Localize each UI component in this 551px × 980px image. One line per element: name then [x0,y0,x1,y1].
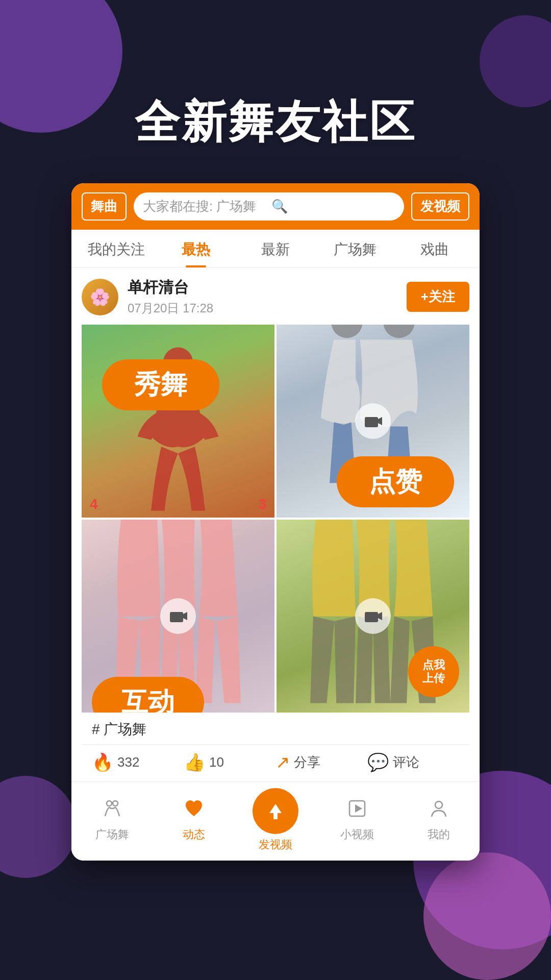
post-info: 单杆清台 07月20日 17:28 [128,277,407,316]
post-username: 单杆清台 [128,277,407,298]
fire-count: 332 [117,754,139,770]
svg-point-15 [107,801,112,806]
video-number-left: 4 [90,496,98,512]
dance-button[interactable]: 舞曲 [82,192,127,220]
camera-icon-4 [355,598,391,634]
video-cell-3[interactable]: 互动 [82,520,274,713]
share-label: 分享 [294,753,320,771]
svg-point-20 [435,801,442,808]
svg-marker-4 [378,417,382,425]
video-cell-2[interactable]: 点赞 [277,325,469,518]
action-comment[interactable]: 💬 评论 [367,752,459,772]
video-grid-wrapper: 4 3 秀舞 [82,325,469,713]
svg-marker-19 [355,804,362,813]
svg-point-1 [331,325,362,338]
heart-icon [184,798,204,824]
share-icon: ↗ [276,752,290,772]
nav-item-short-video[interactable]: 小视频 [316,798,398,842]
nav-label-square-dance: 广场舞 [95,827,129,842]
tab-opera[interactable]: 戏曲 [395,230,474,267]
nav-label-mine: 我的 [428,827,450,842]
svg-marker-14 [378,612,382,620]
upload-label: 点我上传 [422,658,445,685]
action-fire[interactable]: 🔥 332 [92,752,184,772]
nav-item-mine[interactable]: 我的 [398,798,480,842]
dianzan-label: 点赞 [369,464,422,500]
camera-icon-2 [355,403,391,439]
nav-item-publish[interactable]: 发视频 [235,788,316,852]
xiuwu-bubble[interactable]: 秀舞 [102,359,219,410]
svg-rect-3 [365,417,378,427]
upload-arrow-icon [253,788,298,834]
square-dance-icon [102,798,122,824]
hudong-bubble[interactable]: 互动 [92,677,204,713]
phone-mockup: 舞曲 大家都在搜: 广场舞 🔍 发视频 我的关注 最热 最新 广场舞 戏曲 🌸 … [71,183,480,861]
like-icon: 👍 [184,752,205,772]
hudong-label: 互动 [121,684,174,713]
video-cell-1[interactable]: 4 3 秀舞 [82,325,274,518]
svg-rect-13 [365,612,378,622]
tab-hottest[interactable]: 最热 [156,230,236,267]
fire-icon: 🔥 [92,752,113,772]
post-header: 🌸 单杆清台 07月20日 17:28 +关注 [82,277,469,316]
app-header: 舞曲 大家都在搜: 广场舞 🔍 发视频 [71,183,480,230]
publish-button[interactable]: 发视频 [411,192,469,220]
video-bg-1 [82,325,274,518]
upload-badge[interactable]: 点我上传 [408,646,459,697]
post-card: 🌸 单杆清台 07月20日 17:28 +关注 [71,268,480,781]
person-icon [429,798,449,824]
action-like[interactable]: 👍 10 [184,752,276,772]
hero-title: 全新舞友社区 [0,0,551,183]
video-grid: 4 3 秀舞 [82,325,469,713]
follow-button[interactable]: +关注 [407,282,469,312]
post-hashtag: # 广场舞 [82,713,469,744]
nav-item-dynamic[interactable]: 动态 [153,798,235,842]
svg-point-2 [383,325,414,338]
search-placeholder-text: 大家都在搜: 广场舞 [143,198,266,215]
video-number-right: 3 [258,496,266,512]
nav-label-dynamic: 动态 [183,827,205,842]
video-cell-4[interactable]: 点我上传 [277,520,469,713]
like-count: 10 [209,754,224,770]
xiuwu-label: 秀舞 [134,367,187,403]
search-icon: 🔍 [271,199,395,214]
post-time: 07月20日 17:28 [128,300,407,316]
camera-icon-3 [160,598,196,634]
svg-marker-9 [183,612,187,620]
avatar-image: 🌸 [82,279,118,315]
comment-label: 评论 [393,753,419,771]
post-actions: 🔥 332 👍 10 ↗ 分享 💬 评论 [82,744,469,781]
bottom-nav: 广场舞 动态 发视频 [71,781,480,861]
tab-my-follow[interactable]: 我的关注 [77,230,156,267]
svg-point-16 [113,801,118,806]
play-icon [347,798,367,824]
nav-label-publish: 发视频 [259,837,292,852]
avatar: 🌸 [82,279,118,315]
dianzan-bubble[interactable]: 点赞 [337,456,454,507]
svg-marker-17 [269,804,282,819]
search-bar[interactable]: 大家都在搜: 广场舞 🔍 [134,192,404,220]
comment-icon: 💬 [367,752,389,772]
tab-square-dance[interactable]: 广场舞 [315,230,395,267]
action-share[interactable]: ↗ 分享 [276,752,367,772]
nav-item-square-dance[interactable]: 广场舞 [71,798,153,842]
bg-decoration-mid-right [423,852,551,980]
tab-newest[interactable]: 最新 [236,230,315,267]
svg-rect-8 [170,612,183,622]
nav-label-short-video: 小视频 [340,827,374,842]
bg-decoration-bottom-left [0,776,77,878]
tab-bar: 我的关注 最热 最新 广场舞 戏曲 [71,230,480,268]
